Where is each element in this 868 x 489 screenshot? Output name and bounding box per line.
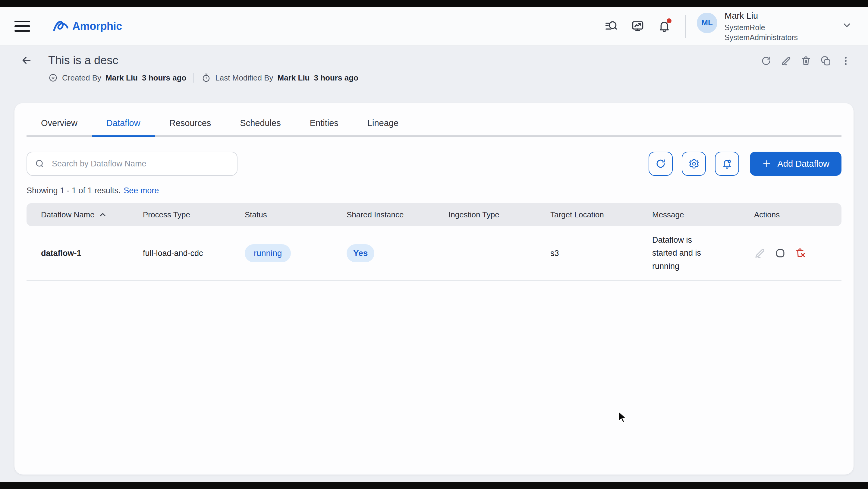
back-arrow-icon[interactable]	[21, 54, 33, 68]
user-menu[interactable]: ML Mark Liu SystemRole-SystemAdministrat…	[697, 10, 852, 42]
cell-shared-instance: Yes	[332, 244, 434, 262]
modified-by-meta: Last Modified By Mark Liu 3 hours ago	[201, 73, 358, 83]
tab-lineage[interactable]: Lineage	[353, 113, 413, 137]
chevron-down-icon[interactable]	[841, 20, 852, 33]
amorphic-logo-icon	[53, 19, 70, 34]
gear-icon	[688, 158, 700, 170]
created-time: 3 hours ago	[142, 73, 186, 83]
see-more-link[interactable]: See more	[124, 186, 159, 195]
notification-settings-button[interactable]	[715, 152, 739, 176]
page-titlebar: This is a desc Created By Mark Liu 3 hou…	[14, 53, 854, 83]
logo-text: Amorphic	[72, 20, 122, 33]
shared-instance-badge: Yes	[347, 244, 374, 262]
edit-pencil-icon[interactable]	[754, 247, 766, 259]
user-name: Mark Liu	[724, 10, 808, 22]
tab-entities[interactable]: Entities	[296, 113, 353, 137]
status-badge: running	[245, 244, 291, 262]
col-message[interactable]: Message	[638, 210, 740, 219]
app-header: Amorphic	[0, 7, 868, 46]
results-count-text: Showing 1 - 1 of 1 results.	[27, 186, 121, 195]
col-shared-instance[interactable]: Shared Instance	[332, 210, 434, 219]
main-content: This is a desc Created By Mark Liu 3 hou…	[0, 46, 868, 482]
tab-resources[interactable]: Resources	[155, 113, 226, 137]
tab-bar: Overview Dataflow Resources Schedules En…	[27, 113, 841, 137]
created-by-user: Mark Liu	[105, 73, 138, 83]
notification-badge-dot	[667, 19, 672, 23]
dataflow-card: Overview Dataflow Resources Schedules En…	[14, 103, 854, 475]
modified-time: 3 hours ago	[314, 73, 358, 83]
metrics-monitor-icon[interactable]	[631, 20, 644, 33]
avatar: ML	[697, 13, 717, 33]
sort-ascending-icon	[99, 211, 107, 219]
cell-status: running	[230, 244, 332, 262]
clock-icon	[48, 73, 58, 83]
screen: Amorphic	[0, 0, 868, 489]
modified-by-label: Last Modified By	[215, 73, 273, 83]
edit-pencil-icon[interactable]	[781, 56, 792, 66]
table-row: dataflow-1 full-load-and-cdc running Yes…	[27, 226, 841, 281]
kebab-menu-icon[interactable]	[840, 56, 851, 66]
cell-message: Dataflow is started and is running	[638, 234, 740, 273]
hamburger-menu-icon[interactable]	[14, 21, 30, 32]
header-divider	[685, 15, 686, 38]
tab-schedules[interactable]: Schedules	[225, 113, 295, 137]
stop-square-icon[interactable]	[775, 247, 786, 259]
cell-target-location: s3	[536, 249, 638, 258]
search-list-icon[interactable]	[604, 20, 618, 33]
plus-icon	[762, 159, 772, 169]
toolbar: Add Dataflow	[27, 152, 841, 176]
cell-process-type: full-load-and-cdc	[128, 249, 230, 258]
tab-overview[interactable]: Overview	[27, 113, 92, 137]
refresh-button[interactable]	[649, 152, 673, 176]
results-summary: Showing 1 - 1 of 1 results.See more	[27, 186, 841, 195]
page-meta: Created By Mark Liu 3 hours ago Last Mod…	[48, 73, 358, 83]
bottom-letterbox-bar	[0, 482, 868, 489]
clone-copy-icon[interactable]	[820, 56, 831, 66]
cell-dataflow-name[interactable]: dataflow-1	[27, 249, 128, 258]
top-letterbox-bar	[0, 0, 868, 7]
row-message: Dataflow is started and is running	[652, 234, 716, 273]
settings-button[interactable]	[682, 152, 706, 176]
refresh-icon[interactable]	[761, 56, 772, 66]
search-input[interactable]	[51, 159, 230, 169]
tab-dataflow[interactable]: Dataflow	[92, 113, 155, 137]
col-dataflow-name[interactable]: Dataflow Name	[27, 210, 128, 219]
refresh-icon	[655, 158, 666, 170]
delete-trash-icon[interactable]	[801, 56, 811, 66]
title-actions	[761, 56, 854, 66]
bell-gear-icon	[721, 158, 733, 170]
col-target-location[interactable]: Target Location	[536, 210, 638, 219]
notifications-bell-icon[interactable]	[658, 20, 671, 33]
col-status[interactable]: Status	[230, 210, 332, 219]
col-process-type[interactable]: Process Type	[128, 210, 230, 219]
cell-actions	[740, 247, 841, 259]
force-delete-trash-x-icon[interactable]	[795, 247, 807, 259]
amorphic-logo[interactable]: Amorphic	[53, 19, 122, 34]
meta-separator	[193, 73, 194, 83]
created-by-meta: Created By Mark Liu 3 hours ago	[48, 73, 186, 83]
col-ingestion-type[interactable]: Ingestion Type	[434, 210, 536, 219]
modified-by-user: Mark Liu	[278, 73, 310, 83]
add-dataflow-label: Add Dataflow	[778, 159, 830, 169]
user-role: SystemRole-SystemAdministrators	[724, 23, 808, 42]
search-box	[27, 152, 238, 176]
created-by-label: Created By	[62, 73, 101, 83]
stopwatch-icon	[201, 73, 211, 83]
add-dataflow-button[interactable]: Add Dataflow	[750, 152, 842, 176]
page-title: This is a desc	[48, 53, 358, 68]
col-actions: Actions	[740, 210, 841, 219]
dataflow-table: Dataflow Name Process Type Status Shared…	[27, 203, 841, 281]
table-header-row: Dataflow Name Process Type Status Shared…	[27, 203, 841, 226]
search-icon	[34, 158, 45, 169]
